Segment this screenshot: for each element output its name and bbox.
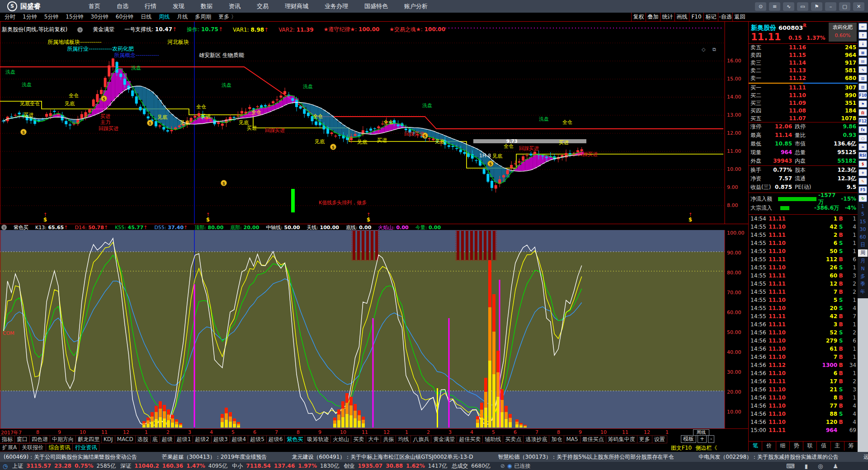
info-tab[interactable]: 关联报价 [19, 443, 46, 451]
news-item[interactable]: 芒果超媒（300413）：2019年度业绩预告 [162, 453, 267, 461]
index-quote[interactable]: 上证3115.57 23.280.75%2585亿 [12, 462, 116, 470]
menu-item[interactable]: 自选 [117, 2, 128, 10]
index-quote[interactable]: 深证11040.2 160.361.47%4095亿 [120, 462, 227, 470]
quote-tab[interactable]: 细 [776, 442, 790, 451]
menu-item[interactable]: 理财商城 [285, 2, 308, 10]
bid-row[interactable]: 买二11.10990 [749, 92, 858, 99]
formula-icon[interactable]: fx [859, 126, 867, 133]
menu-item[interactable]: 账户分析 [404, 2, 428, 10]
chart-tool-button[interactable]: 画线 [675, 13, 689, 21]
period-item[interactable]: 分时 [1, 13, 19, 21]
rsi-icon[interactable]: RSI [859, 152, 867, 159]
f12-trade-icon[interactable]: F12 [859, 118, 867, 125]
alert-lamp-icon[interactable]: ♟ [833, 463, 838, 470]
indicator-tab[interactable]: 均线 [396, 435, 411, 443]
quote-tab[interactable]: 筹 [844, 442, 858, 451]
chart-tool-button[interactable]: F10 [689, 13, 703, 21]
quote-tab[interactable]: 价 [762, 442, 776, 451]
indicator-tab[interactable]: 最佳买点 [580, 435, 606, 443]
news-item[interactable]: (600469)：关于公司回购股份实施结果暨股份变动公告 [4, 453, 137, 461]
indicator-tab[interactable]: 超级5 [248, 435, 267, 443]
indicator-tab[interactable]: 超级3 [211, 435, 230, 443]
period-item[interactable]: 5分钟 [41, 13, 62, 21]
indicator-tab[interactable]: KDJ [101, 435, 115, 443]
chart-tool-button[interactable]: 复权 [631, 13, 646, 21]
keyboard-wizard-icon[interactable]: ⌨ [786, 463, 795, 470]
quote-assistant-icon[interactable]: ∿ [783, 2, 794, 11]
menu-item[interactable]: 交易 [257, 2, 269, 10]
f5-refresh-icon[interactable]: F5 [859, 186, 867, 193]
overlay-indicator-name[interactable]: 黄金满堂 [93, 26, 114, 33]
split-window-icon[interactable]: ⧉ [712, 47, 716, 52]
strip-period[interactable]: 年 [858, 289, 868, 295]
menu-item[interactable]: 业务办理 [325, 2, 348, 10]
strip-period[interactable]: 1 [858, 203, 868, 210]
news-item[interactable]: 智慧松德（300173）：关于持股5%以上股东所持公司部分股票存在平仓 [498, 453, 674, 461]
settings-icon[interactable]: ≡ [769, 2, 780, 11]
sector-box[interactable]: 农药化肥0.60% [829, 23, 857, 42]
news-item[interactable]: 远大控股（000626）：201 [863, 453, 868, 461]
money-icon[interactable]: $ [859, 160, 867, 168]
chart-tool-button[interactable]: 叠加 [646, 13, 660, 21]
template-button[interactable]: 模板 [681, 435, 696, 443]
period-item[interactable]: 周线 [155, 13, 173, 21]
strip-period[interactable]: 60 [858, 234, 868, 240]
period-item[interactable]: 30分钟 [87, 13, 112, 21]
collapse-icon[interactable]: ∨ [1, 225, 7, 230]
side-control-button[interactable]: 图文F10 [671, 444, 692, 452]
bid-row[interactable]: 买一11.11307 [749, 84, 858, 92]
menu-item[interactable]: 资讯 [229, 2, 241, 10]
menu-item[interactable]: 行情 [145, 2, 156, 10]
page-up-icon[interactable]: ↑ [859, 32, 867, 39]
strip-period[interactable]: 5 [858, 211, 868, 217]
ask-row[interactable]: 卖五11.16245 [749, 44, 858, 52]
indicator-tab[interactable]: 更多 [637, 435, 652, 443]
period-item[interactable]: 月线 [173, 13, 191, 21]
indicator-tab[interactable]: 买卖 [351, 435, 366, 443]
indicator-tab[interactable]: 超级4 [230, 435, 249, 443]
indicator-tab[interactable]: 吸筹轨迹 [305, 435, 331, 443]
index-quote[interactable]: 中小7118.54 137.461.97%1830亿 [232, 462, 339, 470]
monitor-icon[interactable]: ▭ [797, 2, 808, 11]
mini-kline-icon[interactable]: ▮ [805, 463, 808, 470]
indicator-tab[interactable]: MACD [115, 435, 136, 443]
reload-icon[interactable]: ↻ [859, 195, 867, 202]
bid-row[interactable]: 买五11.071078 [749, 115, 858, 122]
wave-icon[interactable]: ≈ [859, 143, 867, 150]
indicator-tab[interactable]: 火焰山 [330, 435, 351, 443]
indicator-tab[interactable]: 筹码集中度 [606, 435, 637, 443]
quote-tab[interactable]: 主 [831, 442, 844, 451]
strip-period[interactable]: 季 [858, 281, 868, 287]
indicator-tab[interactable]: 逃顶抄底 [523, 435, 549, 443]
indicator-tab[interactable]: 设置 [652, 435, 667, 443]
strip-period[interactable]: 多 [858, 273, 868, 280]
f10-icon[interactable]: F10 [859, 92, 867, 99]
indicator-tab[interactable]: 共振 [381, 435, 396, 443]
chart-tool-button[interactable]: 标记 [703, 13, 718, 21]
index-quote[interactable]: 创业1935.07 30.881.62%1417亿 [344, 462, 447, 470]
report-icon[interactable]: ▧ [859, 83, 867, 90]
menu-item[interactable]: 国盛特色 [364, 2, 388, 10]
bid-row[interactable]: 买三11.09351 [749, 99, 858, 107]
period-item[interactable]: 日线 [137, 13, 155, 21]
indicator-tab[interactable]: 窗口 [14, 435, 30, 443]
ask-row[interactable]: 卖二11.13581 [749, 67, 858, 75]
period-item[interactable]: 15分钟 [62, 13, 87, 21]
strip-period[interactable]: 月 [858, 258, 868, 264]
quote-tab[interactable]: 笔 [749, 442, 762, 451]
indicator-tab[interactable]: 买卖点 [503, 435, 524, 443]
indicator-tab[interactable]: 底 [150, 435, 160, 443]
close-icon[interactable]: ✕ [853, 2, 864, 11]
quote-tab[interactable]: 值 [817, 442, 830, 451]
indicator-tab[interactable]: 麒龙四里 [75, 435, 102, 443]
indicator-tab[interactable]: 加仓 [549, 435, 564, 443]
kline-icon[interactable]: ▥ [859, 75, 867, 82]
news-item[interactable]: 中电兴发（002298）：关于股东减持股份实施进展的公告 [698, 453, 839, 461]
template-button[interactable]: - [708, 435, 714, 443]
draw-icon[interactable]: ✎ [859, 178, 867, 185]
indicator-tab[interactable]: 超级 [160, 435, 175, 443]
period-item[interactable]: 更多 〉 [215, 13, 240, 21]
flag-icon[interactable]: ⚑ [859, 100, 867, 108]
indicator-tab[interactable]: 指标 [0, 435, 15, 443]
quote-tab[interactable]: 联 [803, 442, 817, 451]
